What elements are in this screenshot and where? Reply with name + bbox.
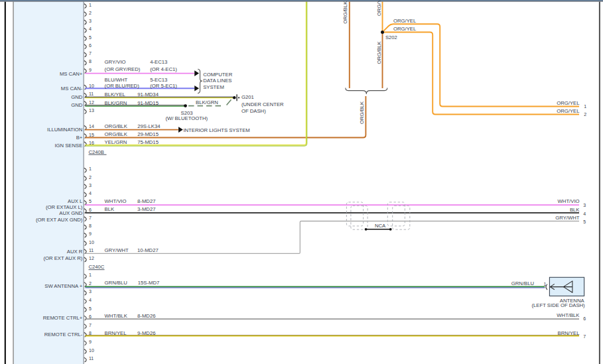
svg-text:91-MD15: 91-MD15 [137,100,159,106]
svg-text:12: 12 [89,100,94,105]
svg-text:4: 4 [89,298,92,302]
svg-text:ILLUMINATION: ILLUMINATION [47,127,82,133]
svg-text:7: 7 [583,334,586,339]
svg-text:13: 13 [89,108,94,113]
svg-text:5-EC13: 5-EC13 [150,77,167,83]
svg-text:14: 14 [89,124,94,129]
svg-text:9: 9 [89,231,92,236]
svg-text:WHT/BLK: WHT/BLK [557,312,580,318]
svg-text:ORG/BLK: ORG/BLK [359,101,365,124]
svg-text:WHT/VIO: WHT/VIO [105,198,127,204]
svg-text:BLU/WHT: BLU/WHT [105,77,128,83]
svg-text:ORG/BLK: ORG/BLK [105,123,128,129]
svg-text:DATA LINES: DATA LINES [203,78,232,84]
svg-text:15: 15 [89,133,94,137]
svg-text:BRN/YEL: BRN/YEL [558,330,580,336]
svg-text:8-MD26: 8-MD26 [137,313,155,319]
svg-text:C240B: C240B [89,149,104,155]
svg-text:INTERIOR LIGHTS SYSTEM: INTERIOR LIGHTS SYSTEM [183,127,249,133]
svg-text:4: 4 [89,27,92,31]
svg-text:6: 6 [89,208,92,212]
svg-text:15S-MD7: 15S-MD7 [138,280,159,286]
svg-text:12: 12 [89,256,94,261]
svg-text:SW ANTENNA +: SW ANTENNA + [44,283,83,289]
svg-text:7: 7 [89,323,92,328]
svg-text:REMOTE CTRL+: REMOTE CTRL+ [43,315,83,321]
svg-text:BLK: BLK [570,207,580,213]
svg-text:C240C: C240C [89,264,105,270]
svg-text:GND: GND [71,102,83,108]
svg-text:2: 2 [89,11,92,15]
svg-text:10: 10 [89,240,94,245]
svg-text:ORG/BLK: ORG/BLK [105,131,128,137]
svg-text:BLK/GRN: BLK/GRN [196,99,218,105]
svg-text:10: 10 [89,84,94,88]
svg-text:ORG/YEL: ORG/YEL [376,0,382,16]
svg-text:16: 16 [89,141,94,145]
svg-text:1: 1 [89,166,92,171]
svg-text:5: 5 [583,219,586,224]
svg-text:(OR GRY/RED): (OR GRY/RED) [105,66,141,72]
svg-text:7: 7 [89,51,92,56]
svg-text:10: 10 [89,348,94,353]
svg-text:(W/ BLUETOOTH): (W/ BLUETOOTH) [166,115,208,121]
svg-text:(UNDER CENTER: (UNDER CENTER [241,101,284,107]
svg-text:3: 3 [89,289,92,294]
svg-text:(OR EXTAUX L): (OR EXTAUX L) [46,204,83,210]
svg-text:G201: G201 [241,94,254,100]
svg-text:REMOTE CTRL-: REMOTE CTRL- [44,332,83,337]
svg-text:29S-LK34: 29S-LK34 [137,123,161,129]
svg-text:(OR EXT AUX R): (OR EXT AUX R) [43,255,82,261]
svg-text:9: 9 [89,68,92,72]
svg-text:AUX R: AUX R [67,249,83,255]
svg-text:8: 8 [89,59,92,64]
svg-text:BLK: BLK [105,206,115,212]
svg-text:11: 11 [89,91,94,96]
svg-text:10-MD27: 10-MD27 [137,247,159,253]
svg-text:COMPUTER: COMPUTER [203,72,232,78]
svg-text:3: 3 [583,203,586,208]
svg-text:BLK/YEL: BLK/YEL [105,91,126,97]
svg-text:5: 5 [89,199,92,204]
svg-text:1: 1 [544,282,547,286]
svg-text:9: 9 [89,339,92,344]
svg-text:ORG/YEL: ORG/YEL [393,26,417,32]
svg-text:2: 2 [89,281,92,286]
svg-text:8: 8 [89,223,92,228]
svg-text:75-MD15: 75-MD15 [137,139,159,145]
svg-text:S202: S202 [385,34,397,40]
svg-text:WHT/BLK: WHT/BLK [105,313,128,319]
svg-text:OF DASH): OF DASH) [241,108,266,114]
svg-text:1: 1 [89,273,92,277]
svg-text:5: 5 [89,306,92,311]
svg-text:ORG/BLK: ORG/BLK [376,40,382,64]
svg-text:AUX GND: AUX GND [59,210,82,216]
svg-text:3: 3 [89,19,92,23]
svg-text:5: 5 [89,35,92,40]
svg-text:BRN/YEL: BRN/YEL [105,330,127,336]
svg-text:MS CAN-: MS CAN- [61,86,83,91]
svg-text:4-EC13: 4-EC13 [150,59,167,65]
svg-text:ORG/BLK: ORG/BLK [342,1,348,24]
svg-text:B+: B+ [76,135,83,141]
svg-text:ORG/YEL: ORG/YEL [557,108,580,114]
svg-text:GRN/BLU: GRN/BLU [105,280,127,286]
svg-text:8-MD27: 8-MD27 [137,198,155,204]
svg-text:GRY/WHT: GRY/WHT [555,215,579,221]
svg-text:4: 4 [583,212,586,216]
svg-text:BLK/GRN: BLK/GRN [105,100,127,106]
svg-text:3-MD27: 3-MD27 [137,206,155,212]
svg-text:9-MD26: 9-MD26 [137,330,155,336]
svg-text:7: 7 [89,215,92,220]
svg-text:GRY/VIO: GRY/VIO [105,59,126,65]
svg-text:11: 11 [89,356,94,361]
svg-text:AUX L: AUX L [68,198,83,204]
svg-text:2: 2 [89,175,92,180]
svg-text:1: 1 [89,3,92,7]
svg-text:6: 6 [89,43,92,48]
svg-text:29-MD15: 29-MD15 [137,131,159,137]
svg-text:YEL/GRN: YEL/GRN [105,139,127,145]
svg-text:2: 2 [584,112,586,117]
svg-text:6: 6 [583,316,586,321]
svg-text:(OR 4-EC1): (OR 4-EC1) [150,66,177,72]
